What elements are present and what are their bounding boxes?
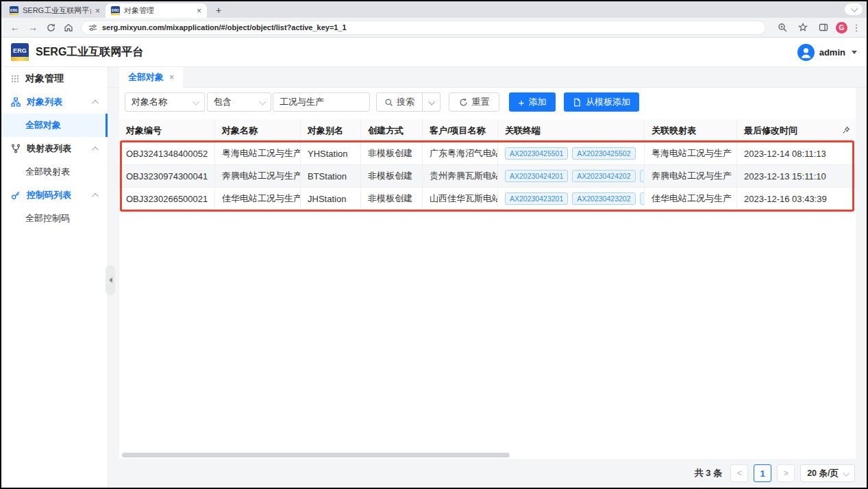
page-size-select[interactable]: 20 条/页 bbox=[800, 464, 855, 482]
sidebar-group-label: 对象列表 bbox=[27, 96, 62, 108]
cell-modified: 2023-12-13 15:11:10 bbox=[737, 165, 856, 187]
address-bar[interactable]: serg.mixyun.com/mixapplication/#/object/… bbox=[81, 21, 766, 35]
column-header-object-id: 对象编号 bbox=[119, 119, 215, 142]
tab-label: 全部对象 bbox=[128, 71, 164, 84]
add-from-template-button[interactable]: 从模板添加 bbox=[564, 92, 639, 112]
terminal-tag[interactable]: AX20230423202 bbox=[572, 192, 635, 205]
fork-icon bbox=[11, 144, 21, 153]
cell-object-name: 佳华电站工况与生产 bbox=[215, 188, 301, 210]
search-button[interactable]: 搜索 bbox=[376, 92, 423, 112]
horizontal-scrollbar-thumb[interactable] bbox=[122, 453, 510, 457]
cell-customer: 山西佳华瓦斯电站 bbox=[423, 188, 498, 210]
pin-icon[interactable] bbox=[841, 126, 850, 135]
url-text: serg.mixyun.com/mixapplication/#/object/… bbox=[102, 23, 347, 32]
zoom-icon[interactable] bbox=[774, 23, 791, 32]
cell-object-id: OBJ3230974300041 bbox=[119, 165, 215, 187]
filter-bar: 对象名称 包含 搜索 bbox=[119, 88, 856, 112]
terminal-tag[interactable]: AX20230423201 bbox=[505, 192, 568, 205]
sidebar-title: 对象管理 bbox=[1, 67, 108, 90]
column-header-mapping: 关联映射表 bbox=[645, 119, 737, 142]
cell-object-alias: BTStation bbox=[301, 165, 361, 187]
terminal-tag[interactable]: AX20230424202 bbox=[572, 170, 635, 182]
collapse-arrow-icon bbox=[109, 277, 112, 283]
cell-customer: 广东粤海沼气电站 bbox=[423, 142, 498, 164]
cell-customer: 贵州奔腾瓦斯电站 bbox=[423, 165, 498, 187]
sidebar-group-control-code-list[interactable]: 控制码列表 bbox=[1, 184, 108, 207]
sidebar-item-label: 全部对象 bbox=[25, 119, 61, 131]
terminal-tag[interactable]: AX20230424201 bbox=[505, 170, 568, 182]
user-avatar bbox=[797, 44, 815, 61]
terminal-tag-truncated[interactable]: AX2 bbox=[640, 170, 645, 182]
sidebar-item-all-objects[interactable]: 全部对象 bbox=[1, 114, 108, 137]
table-row[interactable]: OBJ3241348400052 粤海电站工况与生产 YHStation 非模板… bbox=[119, 142, 856, 165]
table-row[interactable]: OBJ3230266500021 佳华电站工况与生产 JHStation 非模板… bbox=[119, 188, 856, 210]
sidebar-item-all-control-codes[interactable]: 全部控制码 bbox=[1, 207, 108, 230]
tab-all-objects[interactable]: 全部对象 × bbox=[119, 67, 183, 88]
serg-logo: ERG bbox=[11, 43, 29, 61]
sidebar-group-mapping-list[interactable]: 映射表列表 bbox=[1, 137, 108, 160]
browser-menu-icon[interactable]: ⋮ bbox=[852, 23, 861, 33]
close-icon[interactable]: × bbox=[169, 73, 174, 82]
column-header-create-type: 创建方式 bbox=[361, 119, 423, 142]
terminal-tag-truncated[interactable]: AX2 bbox=[640, 192, 645, 205]
table-row[interactable]: OBJ3230974300041 奔腾电站工况与生产 BTStation 非模板… bbox=[119, 165, 856, 188]
sidebar-group-label: 控制码列表 bbox=[27, 189, 71, 201]
next-page-button[interactable]: > bbox=[777, 464, 795, 482]
forward-icon[interactable]: → bbox=[25, 22, 41, 33]
browser-tab-object-management[interactable]: ERG 对象管理 × bbox=[106, 3, 207, 18]
page-tabbar: 全部对象 × bbox=[108, 67, 867, 88]
add-button[interactable]: + 添加 bbox=[509, 92, 556, 112]
search-icon bbox=[384, 98, 393, 107]
browser-tab-platform[interactable]: ERG SERG工业互联网平台 × bbox=[4, 3, 106, 18]
current-page-button[interactable]: 1 bbox=[754, 464, 771, 482]
back-icon[interactable]: ← bbox=[7, 22, 23, 33]
terminal-tag[interactable]: AX20230425502 bbox=[572, 147, 635, 160]
username: admin bbox=[819, 47, 845, 58]
reload-icon[interactable] bbox=[42, 23, 59, 32]
sidebar-group-object-list[interactable]: 对象列表 bbox=[1, 90, 108, 114]
sidebar-collapse-handle[interactable] bbox=[106, 265, 115, 295]
tab-search-chevron-button[interactable] bbox=[845, 3, 863, 15]
cell-object-name: 粤海电站工况与生产 bbox=[215, 142, 301, 164]
chevron-down-icon bbox=[851, 5, 858, 12]
plus-icon: + bbox=[519, 97, 525, 108]
cell-mapping: 佳华电站工况与生产 bbox=[645, 188, 737, 210]
reset-button[interactable]: 重置 bbox=[449, 92, 499, 112]
chevron-down-icon bbox=[428, 98, 435, 105]
chevron-down-icon bbox=[193, 98, 199, 105]
table-header-row: 对象编号 对象名称 对象别名 创建方式 客户/项目名称 关联终端 关联映射表 最… bbox=[119, 119, 856, 142]
column-header-customer: 客户/项目名称 bbox=[423, 119, 498, 142]
site-settings-icon[interactable] bbox=[88, 23, 97, 32]
browser-toolbar: ← → serg.mixyun.com/mixapplication/#/obj… bbox=[1, 18, 867, 38]
toolbar-right: G ⋮ bbox=[774, 22, 861, 34]
grid-icon bbox=[11, 75, 19, 83]
field-select[interactable]: 对象名称 bbox=[125, 92, 205, 112]
browser-window: ERG SERG工业互联网平台 × ERG 对象管理 × + ← → serg.… bbox=[0, 0, 868, 489]
side-panel-icon[interactable] bbox=[815, 23, 832, 32]
keyword-input[interactable] bbox=[273, 92, 370, 112]
cell-modified: 2023-12-14 08:11:13 bbox=[737, 142, 856, 164]
main-content: 全部对象 × 对象名称 包含 bbox=[108, 67, 867, 488]
browser-tabstrip: ERG SERG工业互联网平台 × ERG 对象管理 × + bbox=[1, 1, 867, 18]
cell-mapping: 粤海电站工况与生产 bbox=[645, 142, 737, 164]
bookmark-star-icon[interactable] bbox=[795, 23, 811, 32]
serg-favicon: ERG bbox=[10, 6, 18, 15]
browser-profile-avatar[interactable]: G bbox=[836, 22, 847, 34]
home-icon[interactable] bbox=[60, 23, 77, 32]
field-select-value: 对象名称 bbox=[132, 96, 167, 108]
column-header-object-alias: 对象别名 bbox=[301, 119, 361, 142]
user-menu[interactable]: admin bbox=[797, 44, 857, 61]
new-tab-button[interactable]: + bbox=[212, 4, 225, 16]
close-tab-icon[interactable]: × bbox=[95, 7, 100, 15]
prev-page-button[interactable]: < bbox=[730, 464, 748, 482]
app-header: ERG SERG工业互联网平台 admin bbox=[1, 38, 867, 67]
cell-create-type: 非模板创建 bbox=[361, 142, 423, 164]
template-file-icon bbox=[573, 98, 582, 107]
sidebar-item-all-mappings[interactable]: 全部映射表 bbox=[1, 160, 108, 184]
chevron-up-icon bbox=[92, 146, 99, 153]
search-options-button[interactable] bbox=[423, 92, 441, 112]
terminal-tag[interactable]: AX20230425501 bbox=[505, 147, 568, 160]
close-tab-icon[interactable]: × bbox=[197, 7, 201, 15]
cell-create-type: 非模板创建 bbox=[361, 188, 423, 210]
operator-select[interactable]: 包含 bbox=[207, 92, 271, 112]
